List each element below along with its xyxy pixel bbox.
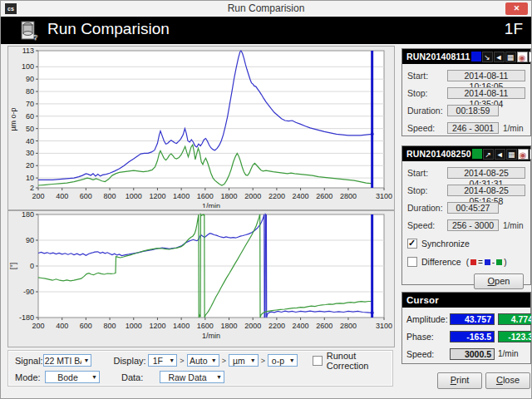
chevron-down-icon: ▼ xyxy=(214,374,224,380)
grid-icon[interactable]: ▦ xyxy=(506,149,517,160)
grid-icon[interactable]: ▦ xyxy=(505,52,516,62)
data-value: Raw Data xyxy=(160,372,214,382)
controls-panel: Signal: 22 MTI BAA 3832 ▼ Display: 1F ▼ … xyxy=(7,350,393,387)
duration-label: Duration: xyxy=(407,106,447,116)
blank-toggle[interactable] xyxy=(529,52,532,62)
runout-correction-label: Runout Correction xyxy=(327,351,392,371)
cursor-phase-run1: -163.5 xyxy=(450,331,495,342)
difference-checkbox[interactable] xyxy=(407,257,417,267)
svg-text:3100: 3100 xyxy=(376,322,392,330)
run2-stop-row: Stop: 2014-08-25 05:16:58 xyxy=(407,185,525,196)
speed-unit: 1/min xyxy=(498,349,518,358)
legend-paren: ) xyxy=(504,258,506,267)
runout-correction-checkbox[interactable] xyxy=(313,356,323,366)
chevron-down-icon: ▼ xyxy=(288,357,297,363)
app-header: ? Run Comparision 1F xyxy=(1,17,531,44)
svg-text:400: 400 xyxy=(56,192,68,200)
database-help-icon: ? xyxy=(19,20,41,43)
run2-header: RUN201408250 ↗ ◄ ▦ ◉ xyxy=(402,146,530,161)
open-button[interactable]: Open xyxy=(474,273,524,289)
svg-text:-180: -180 xyxy=(19,313,34,322)
record-icon[interactable]: ◉ xyxy=(518,149,529,160)
data-label: Data: xyxy=(121,372,158,382)
display-harmonic-select[interactable]: 1F ▼ xyxy=(148,354,178,367)
chevron-down-icon: ▼ xyxy=(249,357,258,363)
trend-arrow-icon[interactable]: ↗ xyxy=(483,149,494,160)
run2-color-chip xyxy=(472,149,482,159)
display-peak-select[interactable]: o-p ▼ xyxy=(268,354,298,367)
mode-value: Bode xyxy=(46,372,90,382)
display-chain-separator: > xyxy=(261,357,265,365)
svg-text:80: 80 xyxy=(26,87,34,96)
speaker-icon[interactable]: ◄ xyxy=(494,52,505,62)
controls-row-1: Signal: 22 MTI BAA 3832 ▼ Display: 1F ▼ … xyxy=(15,353,392,367)
svg-text:60: 60 xyxy=(26,112,34,121)
display-harmonic-value: 1F xyxy=(149,356,168,366)
run2-speed-row: Speed: 256 - 3000 1/min xyxy=(407,219,525,231)
close-dialog-button[interactable]: Close xyxy=(485,372,530,389)
run1-stop-row: Stop: 2014-08-11 10:35:04 xyxy=(407,87,525,99)
trend-arrow-icon[interactable]: ↘ xyxy=(482,52,493,62)
phase-chart-panel: -180-90090180200400600800100012001400160… xyxy=(7,210,395,347)
svg-text:2600: 2600 xyxy=(316,322,332,330)
phase-label: Phase: xyxy=(406,332,450,342)
speed-label: Speed: xyxy=(407,123,447,133)
svg-text:400: 400 xyxy=(56,322,68,330)
speed-label: Speed: xyxy=(406,349,450,359)
svg-text:1800: 1800 xyxy=(221,322,238,330)
cursor-header: Cursor xyxy=(402,293,530,308)
svg-text:200: 200 xyxy=(32,322,44,330)
svg-text:30: 30 xyxy=(26,149,34,157)
svg-text:?: ? xyxy=(33,33,38,42)
svg-text:1600: 1600 xyxy=(197,322,214,330)
display-unit-select[interactable]: µm ▼ xyxy=(229,354,259,367)
svg-text:1400: 1400 xyxy=(173,322,190,330)
svg-text:[°]: [°] xyxy=(9,263,17,270)
controls-row-2: Mode: Bode ▼ Data: Raw Data ▼ xyxy=(15,370,392,384)
legend-paren: ( xyxy=(466,258,469,267)
svg-text:100: 100 xyxy=(22,62,34,71)
mode-select[interactable]: Bode ▼ xyxy=(45,371,100,383)
stop-label: Stop: xyxy=(407,185,447,195)
svg-text:90: 90 xyxy=(26,236,34,244)
titlebar-title: Run Comparision xyxy=(1,2,531,14)
svg-text:2800: 2800 xyxy=(340,322,357,330)
display-peak-value: o-p xyxy=(268,356,288,366)
chevron-down-icon: ▼ xyxy=(81,357,91,363)
display-scale-select[interactable]: Auto ▼ xyxy=(187,354,219,367)
svg-text:1000: 1000 xyxy=(126,192,142,200)
display-chain-separator: > xyxy=(180,357,184,365)
speaker-icon[interactable]: ◄ xyxy=(495,149,505,160)
print-button[interactable]: Print xyxy=(437,372,482,389)
amplitude-chart-panel: 2102030405060708090100113200400600800100… xyxy=(7,46,395,210)
svg-text:2000: 2000 xyxy=(244,322,261,330)
display-chain-separator: > xyxy=(222,357,226,365)
svg-text:10: 10 xyxy=(26,174,34,182)
svg-text:90: 90 xyxy=(26,75,34,83)
phase-chart[interactable]: -180-90090180200400600800100012001400160… xyxy=(8,211,392,345)
synchronize-checkbox[interactable] xyxy=(407,239,417,249)
record-icon[interactable]: ◉ xyxy=(517,52,528,62)
synchronize-label: Synchronize xyxy=(421,239,470,249)
open-row: Open xyxy=(402,273,524,289)
amplitude-chart[interactable]: 2102030405060708090100113200400600800100… xyxy=(8,47,392,208)
difference-color-swatch xyxy=(470,259,476,265)
speed-label: Speed: xyxy=(407,220,447,230)
mode-label: Mode: xyxy=(15,372,45,382)
speed-unit: 1/min xyxy=(503,124,523,133)
run2-name: RUN201408250 xyxy=(404,149,471,159)
svg-text:800: 800 xyxy=(104,322,116,330)
signal-value: 22 MTI BAA 3832 xyxy=(44,356,82,366)
svg-text:1200: 1200 xyxy=(149,322,165,330)
svg-text:1/min: 1/min xyxy=(202,202,220,208)
difference-row: Difference ( = - ) xyxy=(407,256,525,268)
signal-select[interactable]: 22 MTI BAA 3832 ▼ xyxy=(43,354,92,367)
run1-duration-value: 00:18:59 xyxy=(447,105,499,116)
svg-text:2600: 2600 xyxy=(316,192,332,200)
chevron-down-icon: ▼ xyxy=(167,357,176,363)
difference-legend: ( = - ) xyxy=(466,258,507,267)
data-select[interactable]: Raw Data ▼ xyxy=(160,371,224,383)
close-button[interactable]: ✕ xyxy=(505,2,528,15)
difference-label: Difference xyxy=(421,257,461,267)
svg-text:1000: 1000 xyxy=(126,322,142,330)
